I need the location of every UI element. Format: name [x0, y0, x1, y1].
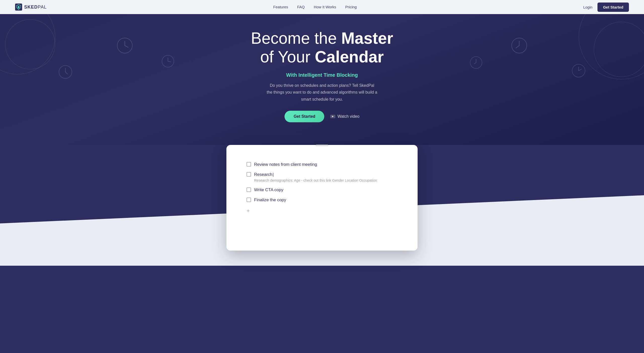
nav-right: Login Get Started: [583, 3, 629, 12]
list-item: Write CTA copy: [247, 185, 397, 194]
watch-video-button[interactable]: Watch video: [330, 114, 359, 119]
hero-actions: Get Started Watch video: [5, 111, 639, 122]
nav-pricing[interactable]: Pricing: [345, 5, 357, 9]
task-content-4: Finalize the copy: [254, 197, 397, 203]
list-item: Finalize the copy: [247, 195, 397, 205]
svg-point-1: [18, 6, 19, 8]
nav-how-it-works[interactable]: How It Works: [314, 5, 336, 9]
task-title-1: Review notes from client meeting: [254, 162, 397, 168]
task-content-3: Write CTA copy: [254, 187, 397, 193]
list-item: Review notes from client meeting: [247, 160, 397, 169]
task-checkbox-4[interactable]: [247, 198, 251, 202]
task-title-2[interactable]: Research: [254, 172, 397, 178]
task-card: Review notes from client meeting Researc…: [226, 145, 418, 251]
hero-description: Do you thrive on schedules and action pl…: [267, 82, 377, 103]
watch-video-label: Watch video: [337, 114, 359, 119]
hero-section: Become the Master of Your Calendar With …: [0, 14, 644, 145]
nav-links: Features FAQ How It Works Pricing: [273, 5, 357, 9]
card-section: Review notes from client meeting Researc…: [0, 145, 644, 266]
hero-subtitle: With Intelligent Time Blocking: [5, 72, 639, 78]
task-content-2: Research Research demographics: Age - ch…: [254, 172, 397, 183]
nav-get-started-button[interactable]: Get Started: [597, 3, 629, 12]
hero-get-started-button[interactable]: Get Started: [285, 111, 324, 122]
list-item: Research Research demographics: Age - ch…: [247, 170, 397, 184]
task-title-3: Write CTA copy: [254, 187, 397, 193]
logo[interactable]: SKEDPAL: [15, 4, 47, 11]
task-subtitle-2: Research demographics: Age - check out t…: [254, 178, 397, 183]
logo-icon: [15, 4, 22, 11]
hero-heading: Become the Master of Your Calendar: [5, 29, 639, 66]
task-checkbox-3[interactable]: [247, 187, 251, 192]
task-list: Review notes from client meeting Researc…: [247, 160, 397, 205]
logo-text: SKEDPAL: [24, 5, 47, 10]
task-title-4: Finalize the copy: [254, 197, 397, 203]
video-play-icon: [330, 115, 335, 118]
task-content-1: Review notes from client meeting: [254, 162, 397, 168]
login-link[interactable]: Login: [583, 5, 592, 9]
nav-features[interactable]: Features: [273, 5, 288, 9]
add-task-button[interactable]: +: [247, 206, 397, 216]
navbar: SKEDPAL Features FAQ How It Works Pricin…: [0, 0, 644, 14]
nav-faq[interactable]: FAQ: [297, 5, 305, 9]
card-tab: [316, 145, 328, 146]
task-checkbox-2[interactable]: [247, 172, 251, 177]
task-checkbox-1[interactable]: [247, 162, 251, 167]
